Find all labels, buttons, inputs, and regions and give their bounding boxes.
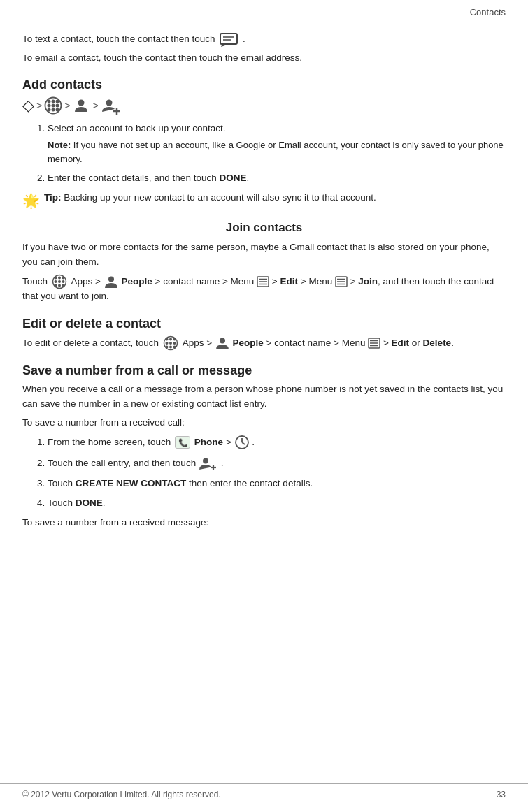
svg-text:📞: 📞 bbox=[178, 437, 187, 447]
svg-point-42 bbox=[173, 342, 176, 345]
save-number-section: Save a number from a call or message Whe… bbox=[22, 363, 506, 530]
svg-point-57 bbox=[203, 458, 208, 463]
save-number-step-4: Touch DONE. bbox=[48, 496, 506, 510]
save-number-steps: From the home screen, touch 📞 Phone > bbox=[22, 435, 506, 511]
svg-point-28 bbox=[108, 277, 114, 282]
edit-delete-body: To edit or delete a contact, touch Apps … bbox=[22, 335, 506, 351]
svg-point-15 bbox=[106, 99, 112, 106]
people-icon-edit bbox=[215, 338, 233, 348]
intro-line-1: To text a contact, touch the contact the… bbox=[22, 32, 506, 47]
tip-icon: 🌟 bbox=[22, 190, 40, 211]
edit-delete-heading: Edit or delete a contact bbox=[22, 317, 506, 331]
header-title: Contacts bbox=[470, 7, 506, 17]
chevron-2: > bbox=[64, 100, 70, 111]
chevron-1: > bbox=[36, 100, 42, 111]
svg-point-25 bbox=[58, 284, 61, 287]
add-person-icon-nav bbox=[101, 96, 122, 115]
add-contacts-section: Add contacts ◇ > bbox=[22, 78, 506, 212]
add-contacts-step-2: Enter the contact details, and then touc… bbox=[48, 171, 506, 185]
intro-line-2: To email a contact, touch the contact th… bbox=[22, 51, 506, 65]
menu-icon-join1 bbox=[257, 276, 272, 287]
save-number-body1: When you receive a call or a message fro… bbox=[22, 382, 506, 412]
add-contacts-icon-row: ◇ > > bbox=[22, 96, 506, 115]
add-contacts-step-1: Select an account to back up your contac… bbox=[48, 122, 506, 166]
join-contacts-body2: Touch Apps > bbox=[22, 274, 506, 304]
people-icon-join bbox=[104, 276, 122, 287]
footer-page-number: 33 bbox=[497, 790, 506, 799]
add-contacts-heading: Add contacts bbox=[22, 78, 506, 92]
svg-point-23 bbox=[62, 280, 64, 283]
save-number-step-2: Touch the call entry, and then touch . bbox=[48, 456, 506, 471]
save-number-step-3: Touch CREATE NEW CONTACT then enter the … bbox=[48, 477, 506, 491]
save-number-heading: Save a number from a call or message bbox=[22, 363, 506, 378]
add-contacts-steps: Select an account to back up your contac… bbox=[22, 122, 506, 186]
svg-line-56 bbox=[242, 442, 245, 444]
svg-point-5 bbox=[52, 99, 55, 103]
page-content: To text a contact, touch the contact the… bbox=[0, 32, 528, 577]
apps-icon-edit bbox=[163, 338, 181, 348]
svg-point-14 bbox=[78, 99, 85, 106]
svg-point-22 bbox=[58, 280, 61, 283]
sms-icon bbox=[220, 32, 238, 46]
svg-rect-0 bbox=[220, 34, 237, 44]
menu-icon-join2 bbox=[335, 276, 350, 287]
svg-point-19 bbox=[58, 277, 61, 280]
apps-icon-join bbox=[52, 276, 70, 287]
people-icon-nav bbox=[72, 96, 90, 115]
menu-icon-edit bbox=[368, 338, 383, 348]
home-icon: ◇ bbox=[22, 96, 34, 115]
svg-point-40 bbox=[165, 342, 168, 345]
save-number-body2: To save a number from a received call: bbox=[22, 416, 506, 430]
add-person-icon-step2 bbox=[199, 458, 221, 468]
note-block: Note: If you have not set up an account,… bbox=[48, 138, 506, 166]
svg-point-47 bbox=[220, 338, 225, 344]
svg-point-11 bbox=[52, 108, 55, 111]
footer-copyright: © 2012 Vertu Corporation Limited. All ri… bbox=[22, 790, 221, 799]
save-number-body3: To save a number from a received message… bbox=[22, 516, 506, 530]
page-header: Contacts bbox=[0, 0, 528, 22]
apps-grid-icon bbox=[44, 96, 62, 115]
join-contacts-section: Join contacts If you have two or more co… bbox=[22, 221, 506, 304]
svg-point-44 bbox=[169, 346, 172, 349]
svg-point-41 bbox=[169, 342, 172, 345]
join-contacts-heading: Join contacts bbox=[22, 221, 506, 235]
svg-point-9 bbox=[56, 103, 59, 107]
svg-point-38 bbox=[169, 338, 172, 341]
join-contacts-body1: If you have two or more contacts for the… bbox=[22, 240, 506, 270]
chevron-3: > bbox=[92, 100, 98, 111]
svg-point-21 bbox=[54, 280, 57, 283]
edit-delete-section: Edit or delete a contact To edit or dele… bbox=[22, 317, 506, 351]
recents-icon bbox=[234, 437, 252, 447]
phone-app-icon: 📞 bbox=[175, 436, 190, 449]
save-number-step-1: From the home screen, touch 📞 Phone > bbox=[48, 435, 506, 450]
svg-point-7 bbox=[48, 103, 51, 107]
svg-point-8 bbox=[52, 103, 55, 107]
tip-block: 🌟 Tip: Backing up your new contact to an… bbox=[22, 191, 506, 211]
page-footer: © 2012 Vertu Corporation Limited. All ri… bbox=[0, 783, 528, 799]
